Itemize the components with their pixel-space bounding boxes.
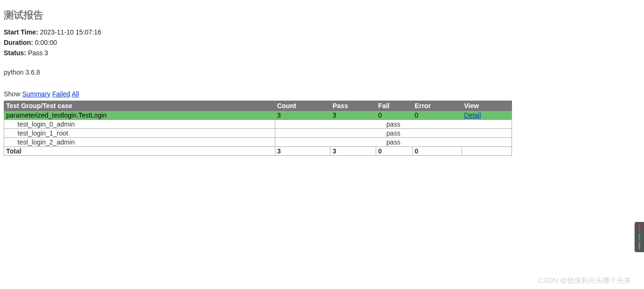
duration-value: 0:00:00 bbox=[35, 39, 57, 46]
status-value: Pass 3 bbox=[28, 49, 48, 57]
total-view bbox=[462, 147, 512, 156]
header-view: View bbox=[462, 101, 512, 111]
page-title: 测试报告 bbox=[4, 8, 640, 22]
case-result: pass bbox=[275, 129, 512, 138]
environment-info: python 3.6.8 bbox=[4, 68, 640, 76]
duration-row: Duration: 0:00:00 bbox=[4, 39, 640, 46]
total-row: Total 3 3 0 0 bbox=[4, 147, 512, 156]
header-count: Count bbox=[275, 101, 330, 111]
case-name: test_login_1_root bbox=[4, 129, 275, 138]
class-error: 0 bbox=[413, 111, 462, 120]
case-name: test_login_2_admin bbox=[4, 138, 275, 147]
result-table: Test Group/Test case Count Pass Fail Err… bbox=[4, 101, 512, 156]
case-name: test_login_0_admin bbox=[4, 120, 275, 129]
filter-all-link[interactable]: All bbox=[72, 90, 79, 98]
start-time-label: Start Time: bbox=[4, 28, 38, 36]
class-fail: 0 bbox=[376, 111, 413, 120]
class-count: 3 bbox=[275, 111, 330, 120]
class-row: parameterized_testlogin.TestLogin 3 3 0 … bbox=[4, 111, 512, 120]
total-fail: 0 bbox=[376, 147, 413, 156]
total-label: Total bbox=[4, 147, 275, 156]
start-time-value: 2023-11-10 15:07:16 bbox=[40, 28, 101, 36]
header-name: Test Group/Test case bbox=[4, 101, 275, 111]
case-result: pass bbox=[275, 120, 512, 129]
class-view: Detail bbox=[462, 111, 512, 120]
filter-bar: Show Summary Failed All bbox=[4, 90, 640, 98]
status-row: Status: Pass 3 bbox=[4, 49, 640, 57]
total-count: 3 bbox=[275, 147, 330, 156]
status-label: Status: bbox=[4, 49, 26, 57]
header-fail: Fail bbox=[376, 101, 413, 111]
case-result: pass bbox=[275, 138, 512, 147]
case-row: test_login_2_admin pass bbox=[4, 138, 512, 147]
header-error: Error bbox=[413, 101, 462, 111]
case-row: test_login_0_admin pass bbox=[4, 120, 512, 129]
show-label: Show bbox=[4, 90, 20, 98]
total-error: 0 bbox=[413, 147, 462, 156]
total-pass: 3 bbox=[330, 147, 376, 156]
filter-summary-link[interactable]: Summary bbox=[22, 90, 50, 98]
filter-failed-link[interactable]: Failed bbox=[52, 90, 70, 98]
class-name: parameterized_testlogin.TestLogin bbox=[4, 111, 275, 120]
detail-link[interactable]: Detail bbox=[464, 111, 481, 119]
start-time-row: Start Time: 2023-11-10 15:07:16 bbox=[4, 28, 640, 36]
header-pass: Pass bbox=[330, 101, 376, 111]
table-header-row: Test Group/Test case Count Pass Fail Err… bbox=[4, 101, 512, 111]
case-row: test_login_1_root pass bbox=[4, 129, 512, 138]
class-pass: 3 bbox=[330, 111, 376, 120]
duration-label: Duration: bbox=[4, 39, 33, 46]
